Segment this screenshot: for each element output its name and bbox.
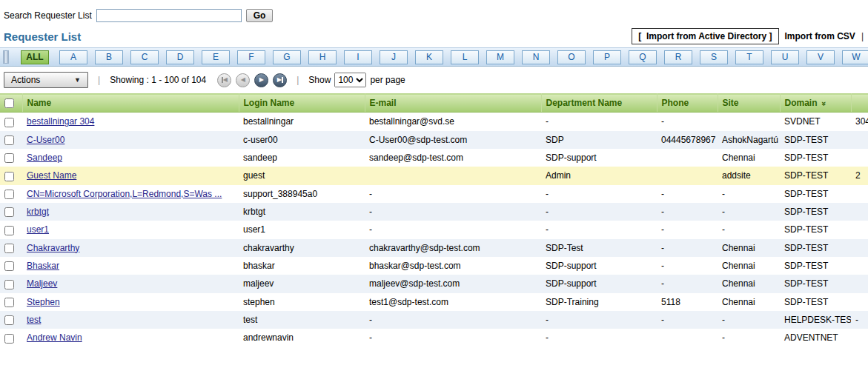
cell-extra	[851, 275, 868, 292]
alpha-filter-t[interactable]: T	[735, 50, 763, 64]
table-row: C-User00c-user00C-User00@sdp-test.comSDP…	[0, 131, 868, 149]
alpha-filter-a[interactable]: A	[59, 50, 87, 64]
row-checkbox[interactable]	[4, 280, 14, 289]
cell-department: SDP-support	[541, 257, 657, 275]
cell-phone: -	[657, 221, 718, 238]
row-checkbox[interactable]	[4, 334, 14, 344]
alpha-filter-u[interactable]: U	[771, 50, 799, 64]
requester-name-link[interactable]: Andrew Navin	[27, 332, 82, 343]
alpha-filter-k[interactable]: K	[415, 50, 443, 64]
row-checkbox[interactable]	[4, 226, 14, 235]
cell-login: user1	[239, 221, 365, 238]
cell-phone: -	[657, 185, 718, 203]
row-checkbox[interactable]	[4, 244, 14, 253]
alpha-filter-l[interactable]: L	[451, 50, 479, 64]
row-checkbox[interactable]	[4, 118, 14, 127]
alpha-filter-j[interactable]: J	[380, 50, 408, 64]
alpha-filter-q[interactable]: Q	[629, 50, 657, 64]
search-input[interactable]	[96, 9, 242, 22]
scroll-grip-handle[interactable]	[3, 50, 9, 64]
alpha-filter-c[interactable]: C	[130, 50, 159, 64]
cell-department: SDP-Test	[541, 239, 657, 257]
import-active-directory-button[interactable]: [ Import from Active Directory ]	[632, 28, 778, 44]
requester-name-link[interactable]: Stephen	[27, 297, 60, 307]
cell-phone	[657, 167, 718, 184]
previous-page-icon[interactable]: ◀	[236, 73, 250, 87]
alpha-filter-all[interactable]: ALL	[21, 50, 49, 64]
row-checkbox[interactable]	[4, 153, 14, 163]
column-header-email: E-mail	[365, 94, 541, 113]
row-checkbox[interactable]	[4, 298, 14, 307]
alpha-filter-g[interactable]: G	[273, 50, 301, 64]
requester-name-link[interactable]: Bhaskar	[27, 261, 59, 271]
requester-name-link[interactable]: bestallningar 304	[27, 116, 94, 127]
cell-domain: ADVENTNET	[780, 329, 851, 346]
sort-icon[interactable]: »	[820, 101, 829, 106]
row-checkbox[interactable]	[4, 207, 14, 217]
alpha-filter-w[interactable]: W	[842, 50, 868, 64]
requester-name-link[interactable]: Maljeev	[27, 278, 57, 289]
row-checkbox[interactable]	[4, 261, 14, 271]
first-page-icon[interactable]: ◀	[217, 73, 231, 87]
cell-name: test	[22, 311, 239, 329]
requester-name-link[interactable]: Guest Name	[27, 170, 76, 181]
alpha-filter-i[interactable]: I	[344, 50, 372, 64]
cell-email: -	[365, 221, 541, 238]
actions-button[interactable]: Actions ▼	[4, 72, 88, 88]
alpha-filter-m[interactable]: M	[486, 50, 514, 64]
alpha-filter-s[interactable]: S	[700, 50, 728, 64]
cell-department: SDP-support	[541, 275, 657, 292]
requester-name-link[interactable]: CN=Microsoft Corporation,L=Redmond,S=Was…	[27, 189, 222, 199]
alpha-filter-v[interactable]: V	[806, 50, 835, 64]
cell-site: addsite	[718, 167, 780, 184]
cell-name: Maljeev	[22, 275, 239, 292]
cell-extra: -	[851, 311, 868, 329]
cell-login: c-user00	[239, 131, 365, 149]
cell-checkbox	[0, 203, 22, 221]
cell-email: bestallningar@svd.se	[365, 113, 541, 131]
import-active-directory-label: Import from Active Directory	[646, 31, 766, 41]
alpha-filter-e[interactable]: E	[202, 50, 230, 64]
import-csv-link[interactable]: Import from CSV	[785, 31, 855, 41]
cell-department: SDP-support	[541, 149, 657, 167]
alpha-filter-n[interactable]: N	[522, 50, 550, 64]
column-header-domain[interactable]: Domain»	[780, 94, 851, 113]
requester-name-link[interactable]: user1	[27, 224, 49, 235]
table-row: Guest NameguestAdminaddsiteSDP-TEST2	[0, 167, 868, 184]
alpha-filter-o[interactable]: O	[557, 50, 586, 64]
go-button[interactable]: Go	[246, 9, 274, 22]
alpha-filter-f[interactable]: F	[237, 50, 265, 64]
table-row: user1user1----SDP-TEST	[0, 221, 868, 238]
alpha-filter-h[interactable]: H	[308, 50, 337, 64]
select-all-checkbox[interactable]	[4, 98, 14, 108]
cell-email: -	[365, 311, 541, 329]
cell-domain: SDP-TEST	[780, 293, 851, 311]
alpha-filter-p[interactable]: P	[593, 50, 621, 64]
last-page-icon[interactable]: ▶	[273, 73, 287, 87]
alpha-filter-r[interactable]: R	[664, 50, 692, 64]
alpha-filter-b[interactable]: B	[95, 50, 123, 64]
row-checkbox[interactable]	[4, 172, 14, 181]
requester-name-link[interactable]: C-User00	[27, 135, 64, 145]
row-checkbox[interactable]	[4, 190, 14, 199]
cell-email: bhaskar@sdp-test.com	[365, 257, 541, 275]
page-size-select[interactable]: 100	[334, 73, 366, 87]
actions-label: Actions	[11, 75, 40, 85]
requester-name-link[interactable]: krbtgt	[27, 207, 49, 217]
requester-name-link[interactable]: test	[27, 315, 41, 325]
alpha-filter-d[interactable]: D	[166, 50, 194, 64]
cell-extra	[851, 221, 868, 238]
cell-login: bhaskar	[239, 257, 365, 275]
cell-name: Guest Name	[22, 167, 239, 184]
next-page-icon[interactable]: ▶	[254, 73, 268, 87]
row-checkbox[interactable]	[4, 315, 14, 325]
cell-department: SDP	[541, 131, 657, 149]
cell-checkbox	[0, 131, 22, 149]
cell-department: -	[541, 185, 657, 203]
column-header-department: Department Name	[541, 94, 657, 113]
cell-email: chakravarthy@sdp-test.com	[365, 239, 541, 257]
row-checkbox[interactable]	[4, 135, 14, 145]
requester-name-link[interactable]: Chakravarthy	[27, 243, 79, 253]
requester-name-link[interactable]: Sandeep	[27, 153, 62, 163]
table-row: Andrew Navinandrewnavin---ADVENTNET	[0, 329, 868, 346]
